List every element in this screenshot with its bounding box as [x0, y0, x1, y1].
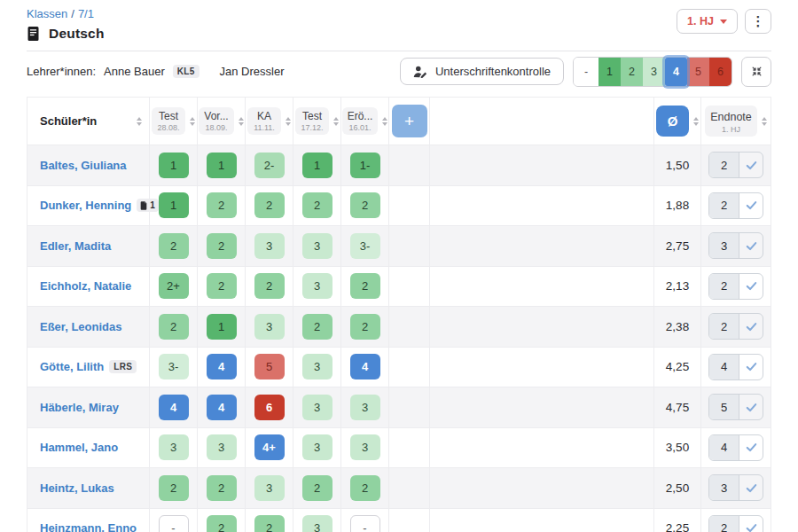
add-exam-button[interactable]: + — [392, 105, 427, 137]
term-selector-button[interactable]: 1. HJ — [677, 9, 738, 34]
breadcrumb-link-class[interactable]: 7/1 — [78, 7, 94, 20]
grade-pill[interactable]: 1 — [207, 153, 237, 178]
student-name-link[interactable]: Häberle, Miray — [40, 401, 119, 414]
grade-pill[interactable]: 2 — [350, 475, 380, 501]
overflow-menu-button[interactable]: ⋮ — [745, 9, 771, 34]
grade-pill[interactable]: 2 — [254, 515, 285, 532]
sort-icon[interactable] — [382, 117, 387, 126]
legend-grade-1[interactable]: 1 — [598, 58, 621, 86]
sort-icon[interactable] — [762, 117, 767, 126]
student-name-link[interactable]: Eichholz, Natalie — [40, 279, 131, 293]
legend-grade-2[interactable]: 2 — [621, 58, 643, 86]
sort-icon[interactable] — [239, 117, 244, 126]
final-grade-control[interactable]: 3 — [708, 474, 763, 501]
grade-pill[interactable]: 3 — [254, 475, 285, 501]
student-name-link[interactable]: Hammel, Jano — [40, 441, 118, 454]
compress-view-button[interactable] — [741, 57, 771, 87]
grade-pill[interactable]: 2 — [207, 192, 237, 218]
grade-pill[interactable]: - — [350, 515, 380, 532]
grade-pill[interactable]: 2 — [302, 475, 332, 501]
final-grade-control[interactable]: 2 — [708, 313, 763, 340]
grade-pill[interactable]: 2 — [350, 314, 380, 340]
grade-pill[interactable]: 2 — [302, 314, 332, 340]
student-name-link[interactable]: Heinzmann, Enno — [40, 521, 137, 532]
grade-pill[interactable]: 3 — [302, 434, 332, 460]
grade-pill[interactable]: 4 — [159, 395, 189, 420]
legend-grade-6[interactable]: 6 — [709, 58, 732, 86]
exam-column-header[interactable]: KA11.11. — [246, 98, 293, 145]
check-icon[interactable] — [739, 274, 763, 299]
grade-pill[interactable]: 2+ — [159, 273, 189, 299]
final-grade-control[interactable]: 2 — [708, 152, 763, 178]
check-icon[interactable] — [739, 395, 763, 419]
grade-pill[interactable]: 1- — [350, 153, 380, 178]
grade-pill[interactable]: 2 — [159, 475, 189, 501]
student-name-link[interactable]: Edler, Madita — [40, 239, 111, 253]
grade-pill[interactable]: 3 — [254, 314, 285, 340]
student-name-link[interactable]: Heintz, Lukas — [40, 481, 114, 495]
check-icon[interactable] — [739, 516, 763, 532]
legend-grade-5[interactable]: 5 — [687, 58, 709, 86]
final-grade-control[interactable]: 4 — [708, 354, 763, 380]
check-icon[interactable] — [739, 153, 763, 177]
grade-pill[interactable]: 2 — [254, 192, 285, 218]
sort-icon[interactable] — [286, 117, 291, 126]
grade-pill[interactable]: 3 — [302, 515, 332, 532]
legend-grade-none[interactable]: - — [574, 58, 598, 86]
grade-pill[interactable]: 2 — [302, 192, 332, 218]
exam-column-header[interactable]: Test17.12. — [293, 98, 341, 145]
grade-pill[interactable]: 4 — [207, 354, 237, 379]
final-grade-control[interactable]: 4 — [708, 434, 763, 461]
exam-column-header[interactable]: Test28.08. — [150, 98, 198, 145]
sort-icon[interactable] — [333, 117, 339, 126]
exam-column-pill[interactable]: Test17.12. — [295, 107, 329, 135]
grade-pill[interactable]: 5 — [254, 354, 285, 379]
final-grade-control[interactable]: 5 — [708, 394, 763, 420]
average-column-header[interactable]: Ø — [654, 98, 701, 145]
student-name-link[interactable]: Dunker, Henning — [40, 199, 131, 212]
grade-pill[interactable]: 2 — [207, 515, 237, 532]
grade-pill[interactable]: 3 — [302, 395, 332, 420]
grade-pill[interactable]: 3 — [159, 434, 189, 460]
exam-column-pill[interactable]: Test28.08. — [152, 107, 185, 135]
check-icon[interactable] — [739, 355, 763, 379]
signature-control-button[interactable]: Unterschriftenkontrolle — [400, 58, 564, 85]
grade-pill[interactable]: 4 — [207, 395, 237, 420]
average-icon[interactable]: Ø — [656, 106, 689, 137]
grade-pill[interactable]: 1 — [207, 314, 237, 340]
legend-grade-4[interactable]: 4 — [665, 58, 687, 86]
grade-pill[interactable]: 3 — [350, 434, 380, 460]
check-icon[interactable] — [739, 475, 763, 500]
final-grade-control[interactable]: 3 — [708, 232, 763, 259]
grade-pill[interactable]: 1 — [159, 153, 189, 178]
grade-pill[interactable]: 2- — [254, 153, 285, 178]
check-icon[interactable] — [739, 233, 763, 258]
student-name-link[interactable]: Eßer, Leonidas — [40, 320, 121, 333]
final-grade-control[interactable]: 2 — [708, 192, 763, 219]
grade-pill[interactable]: 3 — [302, 233, 332, 259]
student-column-header[interactable]: Schüler*in — [27, 98, 150, 145]
grade-pill[interactable]: 4+ — [254, 434, 285, 460]
grade-pill[interactable]: 2 — [254, 273, 285, 299]
final-grade-control[interactable]: 2 — [708, 273, 763, 300]
grade-pill[interactable]: 3- — [350, 233, 380, 259]
exam-column-header[interactable]: Erö...16.01. — [341, 98, 389, 145]
grade-pill[interactable]: 3 — [350, 395, 380, 420]
breadcrumb-link-klassen[interactable]: Klassen — [27, 7, 67, 20]
final-grade-control[interactable]: 2 — [708, 515, 763, 532]
grade-pill[interactable]: 2 — [207, 475, 237, 501]
sort-icon[interactable] — [190, 117, 195, 126]
check-icon[interactable] — [739, 314, 763, 339]
sort-icon[interactable] — [137, 117, 142, 126]
grade-pill[interactable]: 3 — [254, 233, 285, 259]
grade-pill[interactable]: 4 — [350, 354, 380, 379]
grade-pill[interactable]: - — [159, 515, 189, 532]
legend-grade-3[interactable]: 3 — [643, 58, 665, 86]
grade-pill[interactable]: 2 — [350, 273, 380, 299]
grade-pill[interactable]: 6 — [254, 395, 285, 420]
exam-column-pill[interactable]: KA11.11. — [247, 107, 281, 135]
exam-column-pill[interactable]: Vor...18.09. — [199, 107, 233, 135]
student-name-link[interactable]: Baltes, Giuliana — [40, 159, 127, 172]
grade-pill[interactable]: 3- — [159, 354, 189, 379]
grade-pill[interactable]: 2 — [159, 233, 189, 259]
